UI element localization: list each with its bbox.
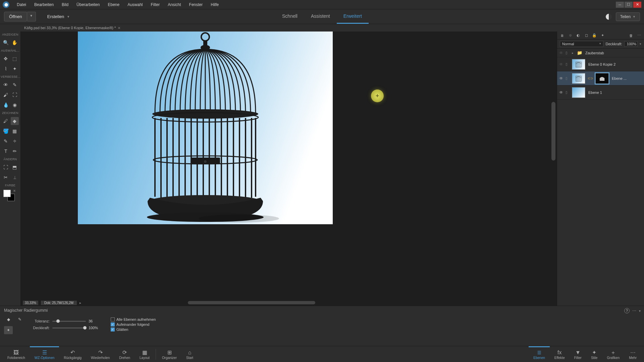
wand-tool[interactable]: ✦ bbox=[11, 65, 19, 73]
undo-button[interactable]: ↶Rückgängig bbox=[59, 346, 86, 362]
theme-toggle-icon[interactable] bbox=[606, 14, 612, 20]
document-tab[interactable]: Käfig.psd bei 33,3% (Ebene 0 Kopie, Eben… bbox=[21, 25, 123, 31]
foreground-color[interactable] bbox=[3, 190, 11, 197]
eraser-variant-standard[interactable]: ◆ bbox=[4, 315, 13, 323]
eye-tool[interactable]: 👁 bbox=[2, 81, 10, 89]
close-button[interactable]: ✕ bbox=[633, 2, 641, 8]
contiguous-checkbox[interactable]: ✓ bbox=[111, 322, 115, 326]
eraser-variant-background[interactable]: ✎ bbox=[15, 315, 24, 323]
expand-icon[interactable]: ▸ bbox=[572, 51, 575, 55]
delete-layer-icon[interactable]: 🗑 bbox=[628, 33, 634, 38]
new-group-icon[interactable]: ⊕ bbox=[567, 33, 573, 38]
move-tool[interactable]: ✥ bbox=[2, 55, 10, 63]
fill-tool[interactable]: 🪣 bbox=[2, 127, 10, 135]
home-button[interactable]: ⌂Start bbox=[181, 346, 198, 362]
layer-thumbnail[interactable] bbox=[572, 73, 585, 84]
eraser-tool[interactable]: ◆ bbox=[11, 117, 19, 125]
open-button[interactable]: Öffnen bbox=[4, 12, 27, 21]
layer-row[interactable]: 👁 ▯ ⊂⊃ Ebene ... bbox=[557, 71, 644, 85]
fx-icon[interactable]: ✦ bbox=[599, 33, 605, 38]
antialias-checkbox[interactable]: ✓ bbox=[111, 327, 115, 331]
lasso-tool[interactable]: ⌇ bbox=[2, 65, 10, 73]
hand-tool[interactable]: ✋ bbox=[11, 39, 19, 47]
menu-filter[interactable]: Filter bbox=[147, 2, 164, 7]
blur-tool[interactable]: 💧 bbox=[2, 101, 10, 109]
opacity-input[interactable] bbox=[624, 41, 638, 47]
lock-icon[interactable]: ▯ bbox=[566, 51, 570, 55]
styles-button[interactable]: ✦Stile bbox=[586, 346, 602, 362]
content-move-tool[interactable]: ✂ bbox=[2, 173, 10, 181]
mode-quick[interactable]: Schnell bbox=[275, 9, 304, 24]
smart-brush-tool[interactable]: 🖌 bbox=[2, 91, 10, 99]
layer-mask-icon[interactable]: ◻ bbox=[583, 33, 589, 38]
blend-mode-select[interactable]: Normal▾ bbox=[560, 41, 603, 47]
menu-window[interactable]: Fenster bbox=[185, 2, 207, 7]
zoom-tool[interactable]: 🔍 bbox=[2, 39, 10, 47]
redo-button[interactable]: ↷Wiederholen bbox=[86, 346, 114, 362]
menu-help[interactable]: Hilfe bbox=[207, 2, 223, 7]
lock-layer-icon[interactable]: 🔒 bbox=[591, 33, 597, 38]
document-canvas[interactable] bbox=[78, 32, 333, 224]
mode-guided[interactable]: Assistent bbox=[304, 9, 337, 24]
clone-tool[interactable]: ⛶ bbox=[11, 91, 19, 99]
options-menu-icon[interactable]: ⋯ bbox=[632, 308, 636, 313]
collapse-options-icon[interactable]: ▾ bbox=[639, 309, 641, 313]
menu-image[interactable]: Bild bbox=[58, 2, 72, 7]
marquee-tool[interactable]: ⬚ bbox=[11, 55, 19, 63]
menu-view[interactable]: Ansicht bbox=[164, 2, 185, 7]
straighten-tool[interactable]: ⟂ bbox=[11, 173, 19, 181]
menu-enhance[interactable]: Überarbeiten bbox=[72, 2, 104, 7]
help-icon[interactable]: ? bbox=[624, 308, 630, 313]
gradient-tool[interactable]: ▦ bbox=[11, 127, 19, 135]
graphics-button[interactable]: ＋Grafiken bbox=[602, 346, 624, 362]
visibility-icon[interactable]: 👁 bbox=[559, 62, 564, 67]
color-swatches[interactable]: ⤭ bbox=[0, 188, 20, 202]
opacity-dropdown-icon[interactable]: ▾ bbox=[640, 42, 641, 46]
organizer-button[interactable]: ⊞Organizer bbox=[157, 346, 181, 362]
horizontal-scrollbar[interactable] bbox=[188, 301, 315, 304]
opacity-slider[interactable] bbox=[52, 327, 86, 328]
menu-layer[interactable]: Ebene bbox=[104, 2, 123, 7]
visibility-icon[interactable]: 👁 bbox=[559, 90, 564, 95]
minimize-button[interactable]: ─ bbox=[616, 2, 624, 8]
menu-file[interactable]: Datei bbox=[13, 2, 30, 7]
rotate-button[interactable]: ⟳Drehen bbox=[114, 346, 135, 362]
canvas[interactable]: + 33,33% Dok: 25,7M/126,2M ▸ bbox=[21, 32, 557, 306]
layer-thumbnail[interactable] bbox=[572, 59, 585, 70]
tolerance-slider[interactable] bbox=[52, 321, 86, 322]
heal-tool[interactable]: ✎ bbox=[11, 81, 19, 89]
link-icon[interactable]: ⊂⊃ bbox=[587, 76, 594, 80]
brush-tool[interactable]: 🖊 bbox=[2, 117, 10, 125]
layer-thumbnail[interactable] bbox=[572, 87, 585, 98]
status-arrow-icon[interactable]: ▸ bbox=[79, 301, 81, 305]
crop-tool[interactable]: ⛶ bbox=[2, 163, 10, 171]
eyedropper-tool[interactable]: ✎ bbox=[2, 137, 10, 145]
layer-row[interactable]: 👁 ▯ Ebene 0 Kopie 2 bbox=[557, 57, 644, 71]
pencil-tool[interactable]: ✏ bbox=[11, 147, 19, 155]
layout-button[interactable]: ▦Layout bbox=[135, 346, 154, 362]
recompose-tool[interactable]: ⬒ bbox=[11, 163, 19, 171]
close-document-icon[interactable]: ✕ bbox=[118, 26, 120, 30]
visibility-icon[interactable]: 👁 bbox=[559, 51, 564, 55]
share-button[interactable]: Teilen▼ bbox=[616, 12, 640, 21]
visibility-icon[interactable]: 👁 bbox=[559, 76, 564, 81]
swap-colors-icon[interactable]: ⤭ bbox=[13, 189, 16, 192]
adjustment-layer-icon[interactable]: ◐ bbox=[575, 33, 581, 38]
new-layer-icon[interactable]: 🗎 bbox=[559, 33, 565, 38]
layer-mask-thumbnail[interactable] bbox=[595, 73, 609, 84]
mode-expert[interactable]: Erweitert bbox=[337, 9, 369, 24]
lock-icon[interactable]: ▯ bbox=[566, 62, 570, 66]
layer-row[interactable]: 👁 ▯ Ebene 1 bbox=[557, 85, 644, 100]
all-layers-checkbox[interactable] bbox=[111, 317, 115, 321]
effects-button[interactable]: fxEffekte bbox=[550, 346, 570, 362]
lock-icon[interactable]: ▯ bbox=[566, 76, 570, 80]
photo-bin-button[interactable]: 🖼Fotobereich bbox=[3, 346, 30, 362]
tool-options-button[interactable]: ☰WZ-Optionen bbox=[30, 346, 59, 362]
panel-menu-icon[interactable]: ⋯ bbox=[636, 33, 642, 38]
menu-edit[interactable]: Bearbeiten bbox=[30, 2, 58, 7]
more-button[interactable]: ⋯Mehr bbox=[624, 346, 641, 362]
vertical-scrollbar[interactable] bbox=[551, 102, 555, 161]
layers-button[interactable]: ≣Ebenen bbox=[529, 346, 549, 362]
eraser-variant-magic[interactable]: ✦ bbox=[4, 326, 13, 334]
maximize-button[interactable]: ☐ bbox=[625, 2, 633, 8]
